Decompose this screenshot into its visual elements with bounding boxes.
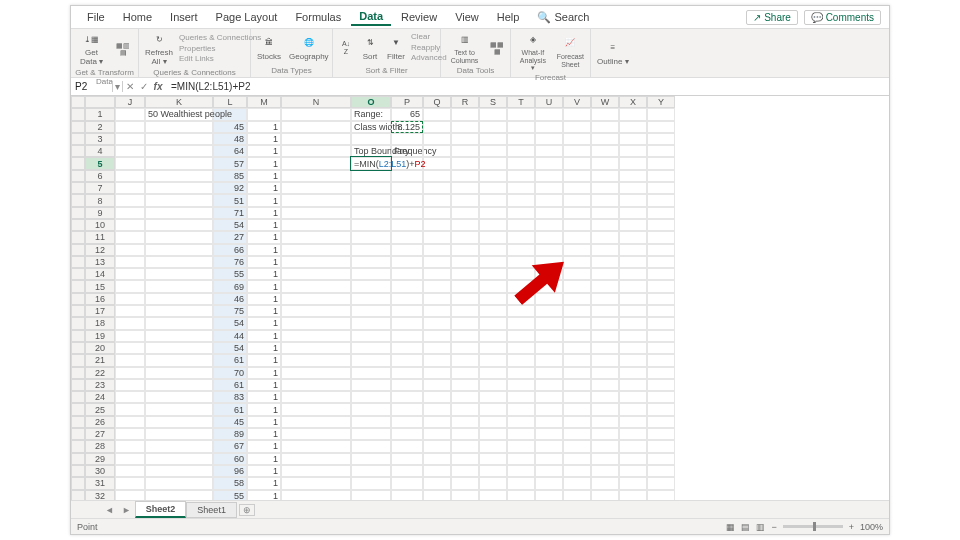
cell-J6[interactable]	[115, 170, 145, 182]
cell-O13[interactable]	[351, 256, 391, 268]
row-header-4[interactable]: 4	[85, 145, 115, 157]
cell-W16[interactable]	[591, 293, 619, 305]
cell-J10[interactable]	[115, 219, 145, 231]
row-header-16[interactable]: 16	[85, 293, 115, 305]
cell-S7[interactable]	[479, 182, 507, 194]
cell-W4[interactable]	[591, 145, 619, 157]
cell-W10[interactable]	[591, 219, 619, 231]
cell-M24[interactable]: 1	[247, 391, 281, 403]
cell-W2[interactable]	[591, 121, 619, 133]
cell-K21[interactable]	[145, 354, 213, 366]
cell-N13[interactable]	[281, 256, 351, 268]
cell-M21[interactable]: 1	[247, 354, 281, 366]
cell-N4[interactable]	[281, 145, 351, 157]
tab-review[interactable]: Review	[393, 9, 445, 25]
row-header-2[interactable]: 2	[85, 121, 115, 133]
cell-K22[interactable]	[145, 367, 213, 379]
cell-M28[interactable]: 1	[247, 440, 281, 452]
cell-R7[interactable]	[451, 182, 479, 194]
cell-J27[interactable]	[115, 428, 145, 440]
cell-X10[interactable]	[619, 219, 647, 231]
cell-L25[interactable]: 61	[213, 403, 247, 415]
refresh-all-button[interactable]: ↻ Refresh All ▾	[143, 31, 175, 67]
cell-Y15[interactable]	[647, 280, 675, 292]
cell-V18[interactable]	[563, 317, 591, 329]
cell-L29[interactable]: 60	[213, 453, 247, 465]
cell-Q27[interactable]	[423, 428, 451, 440]
row-header-29[interactable]: 29	[85, 453, 115, 465]
cell-R14[interactable]	[451, 268, 479, 280]
cell-V10[interactable]	[563, 219, 591, 231]
cell-N31[interactable]	[281, 477, 351, 489]
cell-V11[interactable]	[563, 231, 591, 243]
cell-J14[interactable]	[115, 268, 145, 280]
cell-P32[interactable]	[391, 490, 423, 501]
row-header-24[interactable]: 24	[85, 391, 115, 403]
cell-T23[interactable]	[507, 379, 535, 391]
cell-L14[interactable]: 55	[213, 268, 247, 280]
cell-V2[interactable]	[563, 121, 591, 133]
cell-R5[interactable]	[451, 157, 479, 169]
cell-P8[interactable]	[391, 194, 423, 206]
row-header-10[interactable]: 10	[85, 219, 115, 231]
cell-M16[interactable]: 1	[247, 293, 281, 305]
cell-V25[interactable]	[563, 403, 591, 415]
cell-J21[interactable]	[115, 354, 145, 366]
cell-O24[interactable]	[351, 391, 391, 403]
cell-N17[interactable]	[281, 305, 351, 317]
row-header-14[interactable]: 14	[85, 268, 115, 280]
cell-K18[interactable]	[145, 317, 213, 329]
cell-X21[interactable]	[619, 354, 647, 366]
cell-L5[interactable]: 57	[213, 157, 247, 169]
cell-Q9[interactable]	[423, 207, 451, 219]
cell-L13[interactable]: 76	[213, 256, 247, 268]
cell-S29[interactable]	[479, 453, 507, 465]
cell-W15[interactable]	[591, 280, 619, 292]
cell-Q19[interactable]	[423, 330, 451, 342]
cell-M8[interactable]: 1	[247, 194, 281, 206]
row-header-26[interactable]: 26	[85, 416, 115, 428]
formula-cancel-icon[interactable]: ✕	[123, 81, 137, 92]
col-header-Q[interactable]: Q	[423, 96, 451, 108]
cell-S4[interactable]	[479, 145, 507, 157]
cell-N18[interactable]	[281, 317, 351, 329]
cell-N3[interactable]	[281, 133, 351, 145]
cell-Q25[interactable]	[423, 403, 451, 415]
cell-W5[interactable]	[591, 157, 619, 169]
cell-P21[interactable]	[391, 354, 423, 366]
cell-V32[interactable]	[563, 490, 591, 501]
cell-Y20[interactable]	[647, 342, 675, 354]
cell-Y12[interactable]	[647, 244, 675, 256]
cell-K4[interactable]	[145, 145, 213, 157]
cell-Q4[interactable]	[423, 145, 451, 157]
cell-Y2[interactable]	[647, 121, 675, 133]
col-header-U[interactable]: U	[535, 96, 563, 108]
cell-R4[interactable]	[451, 145, 479, 157]
cell-R17[interactable]	[451, 305, 479, 317]
cell-U4[interactable]	[535, 145, 563, 157]
cell-X15[interactable]	[619, 280, 647, 292]
col-header-Y[interactable]: Y	[647, 96, 675, 108]
cell-U27[interactable]	[535, 428, 563, 440]
row-header-32[interactable]: 32	[85, 490, 115, 501]
cell-O32[interactable]	[351, 490, 391, 501]
outline-button[interactable]: ≡Outline ▾	[595, 40, 631, 67]
cell-S3[interactable]	[479, 133, 507, 145]
cell-N2[interactable]	[281, 121, 351, 133]
cell-S5[interactable]	[479, 157, 507, 169]
cell-P29[interactable]	[391, 453, 423, 465]
cell-Q26[interactable]	[423, 416, 451, 428]
cell-M7[interactable]: 1	[247, 182, 281, 194]
cell-U32[interactable]	[535, 490, 563, 501]
cell-T5[interactable]	[507, 157, 535, 169]
col-header-L[interactable]: L	[213, 96, 247, 108]
row-header-5[interactable]: 5	[85, 157, 115, 169]
cell-Q23[interactable]	[423, 379, 451, 391]
cell-R6[interactable]	[451, 170, 479, 182]
cell-Y1[interactable]	[647, 108, 675, 120]
cell-U28[interactable]	[535, 440, 563, 452]
cell-M17[interactable]: 1	[247, 305, 281, 317]
cell-N25[interactable]	[281, 403, 351, 415]
cell-W13[interactable]	[591, 256, 619, 268]
cell-J2[interactable]	[115, 121, 145, 133]
